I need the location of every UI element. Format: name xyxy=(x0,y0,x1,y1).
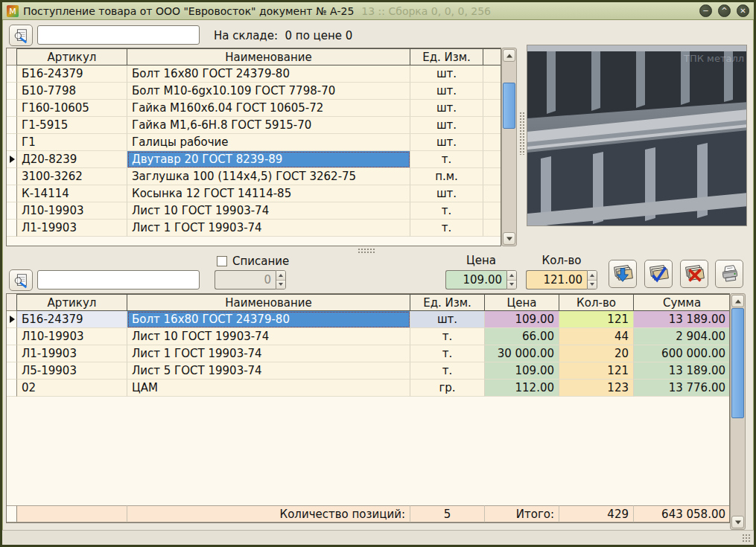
table-row[interactable]: Л10-19903Лист 10 ГОСТ 19903-74т. xyxy=(7,202,501,220)
col-header-unit[interactable]: Ед. Изм. xyxy=(410,294,485,311)
table-row[interactable]: 3100-3262Заглушка 100 (114х4,5) ГОСТ 326… xyxy=(7,168,501,185)
table-row[interactable]: Л5-19903Лист 5 ГОСТ 19903-74 т.109.00 12… xyxy=(7,362,730,380)
vertical-splitter[interactable] xyxy=(519,112,524,155)
resize-grip[interactable] xyxy=(742,534,752,543)
table-row[interactable]: К-14114Косынка 12 ГОСТ 14114-85шт. xyxy=(7,185,501,202)
catalog-search-input[interactable] xyxy=(37,25,200,45)
scroll-up-icon[interactable] xyxy=(731,295,744,307)
status-bar xyxy=(2,530,754,545)
table-row[interactable]: Л1-19903Лист 1 ГОСТ 19903-74 т.30 000.00… xyxy=(7,345,730,362)
totals-row: Количество позиций: 5 Итого: 429 643 058… xyxy=(7,505,730,522)
selected-cell: Болт 16х80 ГОСТ 24379-80 xyxy=(127,311,410,328)
spin-down-icon[interactable] xyxy=(276,281,285,290)
confirm-positions-button[interactable] xyxy=(644,260,673,288)
table-row[interactable]: Г160-10605Гайка М160х6.04 ГОСТ 10605-72ш… xyxy=(7,100,501,117)
document-positions-grid: Артикул Наименование Ед. Изм. Цена Кол-в… xyxy=(6,293,746,530)
table-row-selected[interactable]: Д20-8239 Двутавр 20 ГОСТ 8239-89 т. xyxy=(7,151,501,168)
writeoff-label: Списание xyxy=(232,255,289,268)
steel-beams-image: ТПК металл xyxy=(527,45,747,226)
writeoff-checkbox-row: Списание xyxy=(217,255,289,268)
quantity-label: Кол-во xyxy=(526,254,597,267)
scroll-down-icon[interactable] xyxy=(731,516,744,528)
maximize-button[interactable]: ^ xyxy=(718,4,731,17)
current-row-indicator xyxy=(10,156,15,163)
price-label: Цена xyxy=(445,254,517,267)
positions-count-label: Количество позиций: xyxy=(127,505,410,522)
title-bar[interactable]: M Поступление товара от ООО "Евровосток"… xyxy=(2,2,754,20)
col-header-artikul[interactable]: Артикул xyxy=(17,48,127,65)
col-header-sum[interactable]: Сумма xyxy=(634,294,730,311)
positions-count-value: 5 xyxy=(410,505,485,522)
photo-watermark: ТПК металл xyxy=(683,53,744,64)
spin-up-icon[interactable] xyxy=(588,271,597,281)
col-header-name[interactable]: Наименование xyxy=(127,294,410,311)
writeoff-qty-value[interactable] xyxy=(215,270,276,290)
table-row[interactable]: Б10-7798Болт М10-6gх10.109 ГОСТ 7798-70ш… xyxy=(7,83,501,100)
stock-info-label: На складе: 0 по цене 0 xyxy=(214,29,352,42)
positions-scrollbar[interactable] xyxy=(730,293,746,530)
document-search-input[interactable] xyxy=(37,270,200,290)
app-icon: M xyxy=(7,5,19,17)
product-photo: ТПК металл xyxy=(527,45,747,226)
col-header-name[interactable]: Наименование xyxy=(127,48,410,65)
print-button[interactable] xyxy=(715,260,743,288)
writeoff-checkbox[interactable] xyxy=(217,256,227,266)
current-row-indicator xyxy=(10,316,15,323)
col-header-unit[interactable]: Ед. Изм. xyxy=(410,48,483,65)
scroll-up-icon[interactable] xyxy=(503,49,515,62)
catalog-scrollbar[interactable] xyxy=(501,48,517,246)
catalog-grid-header[interactable]: Артикул Наименование Ед. Изм. xyxy=(7,48,501,65)
total-qty-value: 429 xyxy=(559,505,634,522)
table-row[interactable]: Л1-19903Лист 1 ГОСТ 19903-74т. xyxy=(7,220,501,237)
scrollbar-thumb[interactable] xyxy=(503,83,515,129)
cardfile-down-arrow-icon xyxy=(612,263,634,285)
search-document-button[interactable] xyxy=(9,269,33,291)
scrollbar-thumb[interactable] xyxy=(731,308,744,418)
close-button[interactable]: ✕ xyxy=(737,4,749,17)
table-row-selected[interactable]: Б16-24379 Болт 16х80 ГОСТ 24379-80 шт. 1… xyxy=(7,311,730,328)
price-spinner xyxy=(445,270,517,290)
table-row[interactable]: Б16-24379Болт 16х80 ГОСТ 24379-80шт. xyxy=(7,65,501,83)
app-window: M Поступление товара от ООО "Евровосток"… xyxy=(0,0,756,547)
indicator-header xyxy=(7,294,17,311)
spin-down-icon[interactable] xyxy=(507,281,516,290)
printer-icon xyxy=(718,263,740,285)
quantity-spinner xyxy=(526,270,597,290)
horizontal-splitter[interactable] xyxy=(358,248,375,253)
minimize-button[interactable]: − xyxy=(699,4,712,17)
add-position-button[interactable] xyxy=(609,260,637,288)
scroll-down-icon[interactable] xyxy=(503,232,515,245)
col-header-qty[interactable]: Кол-во xyxy=(559,294,634,311)
spin-down-icon[interactable] xyxy=(588,281,597,290)
quantity-input[interactable] xyxy=(526,270,587,290)
spin-up-icon[interactable] xyxy=(507,271,516,281)
cardfile-delete-icon xyxy=(683,263,705,285)
delete-position-button[interactable] xyxy=(680,260,708,288)
price-input[interactable] xyxy=(445,270,506,290)
col-header-artikul[interactable]: Артикул xyxy=(17,294,127,311)
svg-text:M: M xyxy=(9,7,16,16)
search-icon xyxy=(13,28,29,44)
table-row[interactable]: Г1Галицы рабочиешт. xyxy=(7,134,501,151)
col-header-price[interactable]: Цена xyxy=(485,294,559,311)
indicator-header xyxy=(7,48,17,65)
total-sum-value: 643 058.00 xyxy=(634,505,730,522)
window-ghost-text: 13 :: Сборка 0, 0, 0, 256 xyxy=(361,5,491,17)
table-row[interactable]: Г1-5915Гайка М1,6-6Н.8 ГОСТ 5915-70шт. xyxy=(7,117,501,134)
window-title: Поступление товара от ООО "Евровосток" д… xyxy=(23,5,354,17)
col-header-filler xyxy=(483,48,501,65)
selected-cell: Двутавр 20 ГОСТ 8239-89 xyxy=(127,151,410,168)
spin-up-icon[interactable] xyxy=(276,271,285,281)
cardfile-check-icon xyxy=(647,263,670,285)
catalog-grid: Артикул Наименование Ед. Изм. Б16-24379Б… xyxy=(6,48,517,246)
table-row[interactable]: 02ЦАМ гр.112.00 12313 776.00 xyxy=(7,380,730,397)
search-catalog-button[interactable] xyxy=(9,25,33,46)
positions-grid-header[interactable]: Артикул Наименование Ед. Изм. Цена Кол-в… xyxy=(7,294,730,311)
total-label: Итого: xyxy=(485,505,559,522)
search-icon xyxy=(13,272,29,289)
writeoff-qty-spinner xyxy=(215,270,286,290)
table-row[interactable]: Л10-19903Лист 10 ГОСТ 19903-74 т.66.00 4… xyxy=(7,328,730,345)
